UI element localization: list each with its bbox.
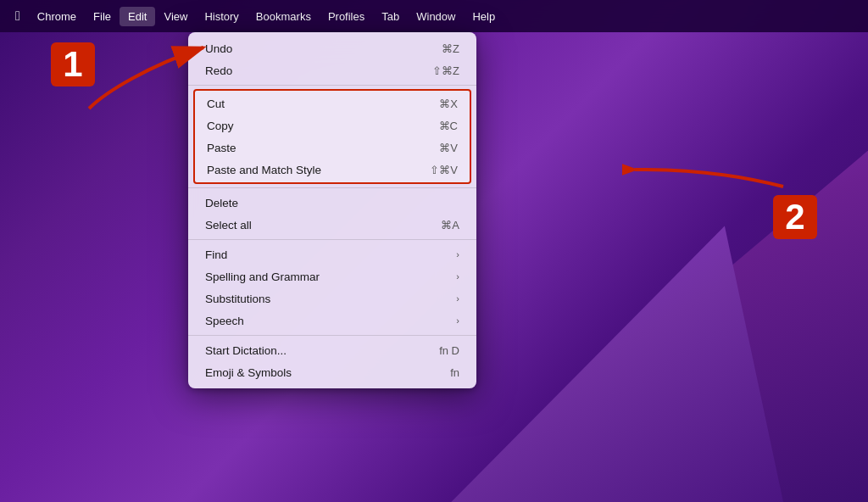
menu-item-undo[interactable]: Undo ⌘Z	[188, 37, 476, 59]
menu-item-emoji-shortcut: fn	[450, 366, 459, 379]
menu-item-substitutions-label: Substitutions	[205, 293, 270, 305]
menubar-help[interactable]: Help	[464, 7, 504, 26]
menu-item-speech-label: Speech	[205, 315, 244, 327]
separator-4	[188, 335, 476, 336]
menu-item-copy[interactable]: Copy ⌘C	[195, 114, 470, 137]
menu-item-delete[interactable]: Delete	[188, 192, 476, 214]
separator-3	[188, 239, 476, 240]
annotation-label-1: 1	[51, 42, 95, 86]
menu-item-paste-shortcut: ⌘V	[439, 142, 458, 154]
menu-item-cut-label: Cut	[207, 98, 225, 110]
menu-item-dictation-label: Start Dictation...	[205, 344, 287, 357]
separator-1	[188, 85, 476, 86]
menu-item-redo-shortcut: ⇧⌘Z	[432, 64, 459, 77]
menu-item-undo-shortcut: ⌘Z	[442, 42, 459, 55]
clipboard-section: Cut ⌘X Copy ⌘C Paste ⌘V Paste and Match …	[193, 89, 471, 184]
menubar:  Chrome File Edit View History Bookmark…	[0, 0, 868, 32]
menubar-view[interactable]: View	[155, 7, 196, 26]
menubar-chrome[interactable]: Chrome	[29, 7, 85, 26]
menu-item-select-all-shortcut: ⌘A	[441, 219, 459, 231]
menu-item-delete-label: Delete	[205, 197, 238, 209]
menu-item-substitutions[interactable]: Substitutions ›	[188, 287, 476, 310]
menu-item-spelling[interactable]: Spelling and Grammar ›	[188, 265, 476, 287]
menu-item-paste-match-label: Paste and Match Style	[207, 164, 321, 176]
menu-item-paste-match-shortcut: ⇧⌘V	[430, 164, 458, 176]
menu-item-paste-label: Paste	[207, 142, 236, 154]
annotation-label-2: 2	[773, 195, 817, 239]
find-submenu-icon: ›	[456, 249, 459, 259]
substitutions-submenu-icon: ›	[456, 293, 459, 304]
menu-item-dictation[interactable]: Start Dictation... fn D	[188, 339, 476, 361]
edit-dropdown-menu: Undo ⌘Z Redo ⇧⌘Z Cut ⌘X Copy ⌘C Paste ⌘V…	[188, 32, 476, 388]
menubar-file[interactable]: File	[85, 7, 120, 26]
menu-item-find[interactable]: Find ›	[188, 243, 476, 265]
menu-item-speech[interactable]: Speech ›	[188, 310, 476, 332]
menu-item-emoji[interactable]: Emoji & Symbols fn	[188, 361, 476, 383]
menubar-bookmarks[interactable]: Bookmarks	[248, 7, 320, 26]
menubar-window[interactable]: Window	[408, 7, 464, 26]
desktop:  Chrome File Edit View History Bookmark…	[0, 0, 868, 502]
menubar-tab[interactable]: Tab	[373, 7, 408, 26]
menubar-history[interactable]: History	[196, 7, 247, 26]
menubar-edit[interactable]: Edit	[120, 7, 155, 26]
menu-item-copy-label: Copy	[207, 120, 234, 132]
apple-menu-item[interactable]: 	[7, 5, 29, 27]
menu-item-copy-shortcut: ⌘C	[439, 120, 458, 132]
menu-item-find-label: Find	[205, 248, 227, 261]
menu-item-select-all[interactable]: Select all ⌘A	[188, 214, 476, 236]
arrow-2	[622, 136, 792, 204]
menu-item-cut-shortcut: ⌘X	[439, 98, 458, 110]
speech-submenu-icon: ›	[456, 315, 459, 326]
menu-item-select-all-label: Select all	[205, 219, 252, 231]
separator-2	[188, 187, 476, 188]
menu-item-paste[interactable]: Paste ⌘V	[195, 137, 470, 159]
menu-item-paste-match[interactable]: Paste and Match Style ⇧⌘V	[195, 159, 470, 181]
menubar-profiles[interactable]: Profiles	[320, 7, 373, 26]
spelling-submenu-icon: ›	[456, 271, 459, 282]
menu-item-redo[interactable]: Redo ⇧⌘Z	[188, 59, 476, 81]
menu-item-undo-label: Undo	[205, 42, 232, 55]
menu-item-cut[interactable]: Cut ⌘X	[195, 92, 470, 114]
menu-item-emoji-label: Emoji & Symbols	[205, 366, 292, 379]
menu-item-dictation-shortcut: fn D	[439, 344, 459, 357]
menu-item-redo-label: Redo	[205, 64, 232, 77]
menu-item-spelling-label: Spelling and Grammar	[205, 271, 320, 283]
